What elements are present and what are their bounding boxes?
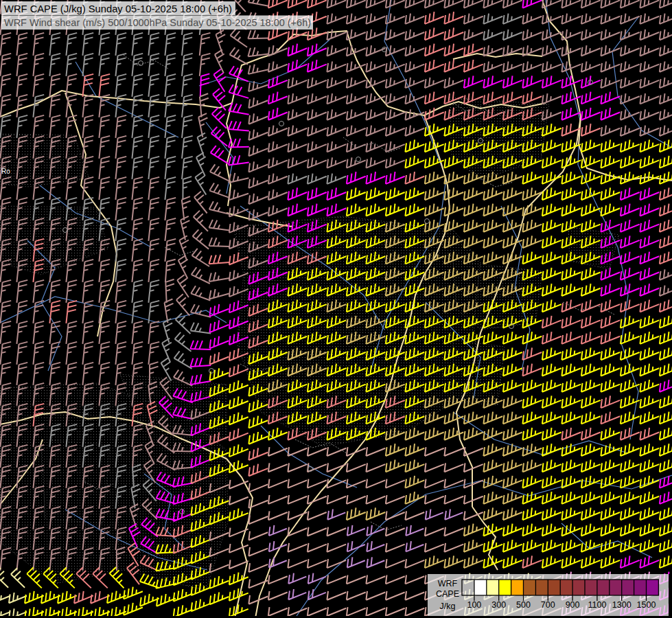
svg-text:1300: 1300 [612, 600, 632, 610]
svg-text:500: 500 [516, 600, 531, 610]
svg-text:700: 700 [541, 600, 555, 610]
svg-text:300: 300 [491, 600, 506, 610]
svg-text:CAPE: CAPE [436, 589, 459, 599]
svg-text:WRF CAPE (J/kg) Sunday 05-10-2: WRF CAPE (J/kg) Sunday 05-10-2025 18:00 … [4, 3, 232, 14]
svg-text:1500: 1500 [637, 600, 656, 610]
svg-text:Ro: Ro [1, 168, 10, 175]
svg-text:WRF: WRF [438, 579, 458, 588]
svg-text:100: 100 [467, 600, 481, 610]
svg-text:J/kg: J/kg [440, 602, 456, 611]
svg-text:900: 900 [566, 600, 580, 610]
svg-text:1100: 1100 [588, 600, 606, 610]
svg-text:WRF Wind shear (m/s) 500/1000h: WRF Wind shear (m/s) 500/1000hPa Sunday … [4, 16, 311, 28]
